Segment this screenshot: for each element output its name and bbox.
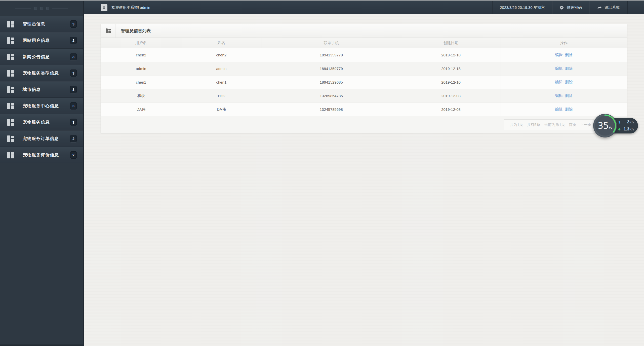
sidebar-item-badge: 3 [70, 20, 77, 28]
sidebar-item-label: 宠物服务信息 [23, 119, 50, 125]
panel-footer: 共为1页 共有5条 当前为第1页 首页 上一页 [101, 116, 627, 133]
sidebar-item-services[interactable]: 宠物服务信息 3 [0, 114, 83, 130]
sidebar-item-cities[interactable]: 城市信息 3 [0, 81, 83, 98]
sidebar-item-label: 城市信息 [23, 87, 41, 92]
sidebar-item-reviews[interactable]: 宠物服务评价信息 2 [0, 147, 83, 163]
cell-phone: 18941359779 [261, 48, 401, 62]
download-speed-row: 1.3K/s [618, 126, 634, 132]
sidebar-item-label: 宠物服务类型信息 [23, 70, 59, 76]
edit-link[interactable]: 编辑 [555, 53, 562, 57]
sidebar-item-label: 网站用户信息 [23, 38, 50, 43]
sidebar-item-badge: 3 [70, 53, 77, 60]
table-row: chen2 chen2 18941359779 2019-12-18 编辑删除 [101, 48, 627, 62]
col-header-phone: 联系手机 [261, 38, 401, 48]
user-avatar-icon [101, 4, 107, 11]
cell-phone: 18941529685 [261, 75, 401, 89]
table-row: DA伟 DA伟 13245785698 2019-12-08 编辑删除 [101, 102, 627, 116]
delete-link[interactable]: 删除 [565, 80, 573, 84]
speed-monitor-widget: 2K/s 1.3K/s 35% [593, 114, 643, 145]
cell-created: 2019-12-18 [401, 48, 501, 62]
row-actions: 编辑删除 [501, 75, 627, 89]
cell-username: DA伟 [101, 102, 181, 116]
col-header-name: 姓名 [181, 38, 261, 48]
cell-name: 1122 [181, 89, 261, 102]
cell-phone: 18941359779 [261, 62, 401, 75]
topbar-spacer [627, 1, 644, 14]
col-header-actions: 操作 [501, 38, 627, 48]
row-actions: 编辑删除 [501, 89, 627, 102]
sidebar-item-label: 宠物服务中心信息 [23, 103, 59, 109]
grip-dot-icon [40, 7, 43, 10]
sidebar-grip [0, 1, 83, 16]
datetime-display: 2023/3/25 20:19:30 星期六 [492, 1, 552, 14]
admin-table: 用户名 姓名 联系手机 创建日期 操作 chen2 chen2 18941359… [101, 38, 627, 116]
grip-dot-icon [34, 7, 37, 10]
sidebar-item-badge: 3 [70, 102, 77, 110]
cell-name: DA伟 [181, 102, 261, 116]
upload-unit: K/s [629, 121, 634, 124]
sidebar-item-site-users[interactable]: 网站用户信息 2 [0, 32, 83, 49]
edit-link[interactable]: 编辑 [555, 107, 562, 111]
col-header-created: 创建日期 [401, 38, 501, 48]
topbar: 欢迎使用本系统! admin 2023/3/25 20:19:30 星期六 修改… [84, 1, 644, 14]
cell-created: 2019-12-10 [401, 75, 501, 89]
cell-username: chen2 [101, 48, 181, 62]
sidebar-item-label: 宠物服务评价信息 [23, 152, 59, 158]
table-row: admin admin 18941359779 2019-12-18 编辑删除 [101, 62, 627, 75]
sidebar-item-orders[interactable]: 宠物服务订单信息 2 [0, 130, 83, 147]
table-row: 积极 1122 13269854785 2019-12-08 编辑删除 [101, 89, 627, 102]
gear-icon [560, 6, 564, 10]
th-large-icon [7, 70, 14, 77]
sidebar-item-badge: 3 [70, 86, 77, 93]
datetime-text: 2023/3/25 20:19:30 星期六 [500, 5, 545, 10]
pagination-total-pages: 共为1页 [510, 122, 523, 127]
sidebar-item-badge: 3 [70, 119, 77, 126]
delete-link[interactable]: 删除 [565, 66, 573, 71]
change-password-label: 修改密码 [567, 5, 582, 10]
progress-percent-sign: % [609, 125, 612, 130]
edit-link[interactable]: 编辑 [555, 66, 562, 71]
pagination-first-page[interactable]: 首页 [569, 122, 576, 127]
sidebar-item-service-types[interactable]: 宠物服务类型信息 3 [0, 65, 83, 81]
sidebar-item-label: 新闻公告信息 [23, 54, 50, 60]
welcome-text: 欢迎使用本系统! admin [111, 5, 150, 10]
cell-name: chen2 [181, 48, 261, 62]
sidebar-item-label: 宠物服务订单信息 [23, 136, 59, 142]
table-row: chen1 chen1 18941529685 2019-12-10 编辑删除 [101, 75, 627, 89]
pagination-prev-page[interactable]: 上一页 [580, 122, 591, 127]
download-value: 1.3 [624, 127, 629, 131]
main-content: 管理员信息列表 用户名 姓名 联系手机 创建日期 操作 chen2 chen2 [84, 14, 644, 346]
th-large-icon [7, 152, 14, 158]
cell-username: chen1 [101, 75, 181, 89]
delete-link[interactable]: 删除 [565, 93, 573, 98]
logout-button[interactable]: 退出系统 [589, 1, 627, 14]
panel-header: 管理员信息列表 [101, 24, 627, 38]
upload-value: 2 [627, 120, 629, 124]
download-unit: K/s [629, 128, 634, 131]
progress-circle[interactable]: 35% [593, 114, 617, 137]
col-header-username: 用户名 [101, 38, 181, 48]
cell-created: 2019-12-08 [401, 89, 501, 102]
cell-created: 2019-12-18 [401, 62, 501, 75]
sidebar-item-service-centers[interactable]: 宠物服务中心信息 3 [0, 98, 83, 114]
change-password-button[interactable]: 修改密码 [552, 1, 589, 14]
sidebar-item-news[interactable]: 新闻公告信息 3 [0, 49, 83, 65]
pagination-current-page: 当前为第1页 [544, 122, 565, 127]
th-large-icon [7, 119, 14, 126]
edit-link[interactable]: 编辑 [555, 93, 562, 98]
edit-link[interactable]: 编辑 [555, 80, 562, 84]
sidebar-item-admin-info[interactable]: 管理员信息 3 [0, 16, 83, 32]
cell-name: admin [181, 62, 261, 75]
th-large-icon [7, 103, 14, 109]
row-actions: 编辑删除 [501, 48, 627, 62]
upload-speed-row: 2K/s [618, 119, 634, 125]
up-arrow-icon [618, 121, 621, 124]
delete-link[interactable]: 删除 [565, 53, 573, 57]
table-header-row: 用户名 姓名 联系手机 创建日期 操作 [101, 38, 627, 48]
logout-label: 退出系统 [605, 5, 620, 10]
cell-created: 2019-12-08 [401, 102, 501, 116]
grip-line [15, 8, 31, 9]
down-arrow-icon [618, 128, 621, 131]
delete-link[interactable]: 删除 [565, 107, 573, 111]
cell-username: admin [101, 62, 181, 75]
